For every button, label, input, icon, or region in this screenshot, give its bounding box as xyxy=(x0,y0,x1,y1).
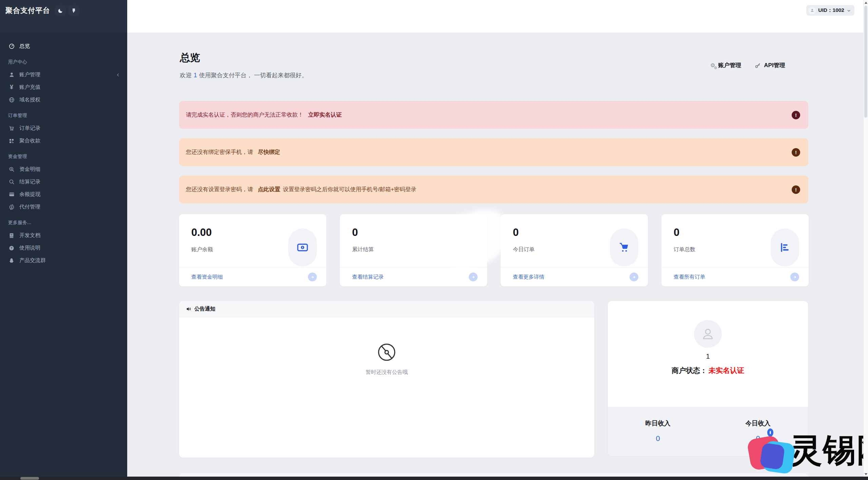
sidebar-item-label: 余额提现 xyxy=(19,191,40,198)
sidebar-item-label: 资金明细 xyxy=(19,166,40,173)
scroll-up-arrow-icon[interactable] xyxy=(865,2,867,4)
sidebar-item-withdraw[interactable]: 余额提现 xyxy=(0,188,127,201)
page-title: 总览 xyxy=(180,51,200,65)
sidebar-item-label: 账户充值 xyxy=(19,84,40,91)
stat-card-balance: 0.00 账户余额 查看资金明细 xyxy=(179,214,326,286)
dashboard-icon xyxy=(8,43,15,50)
sidebar-section-user: 用户中心 xyxy=(0,58,127,66)
book-icon xyxy=(8,232,15,239)
horizontal-scroll-thumb[interactable] xyxy=(20,477,39,480)
stat-link[interactable]: 查看更多详情 xyxy=(513,274,544,281)
uid-label: UID：1002 xyxy=(818,7,844,14)
svg-text:$: $ xyxy=(11,168,12,171)
stat-link[interactable]: 查看结算记录 xyxy=(352,274,384,281)
income-label: 昨日收入 xyxy=(645,419,671,427)
sidebar-item-orders[interactable]: 订单记录 xyxy=(0,122,127,135)
chevron-down-icon xyxy=(847,8,851,13)
qr-code-icon xyxy=(8,138,15,144)
alert-text: 您还没有设置登录密码，请 xyxy=(186,186,253,193)
user-avatar-icon xyxy=(808,7,816,14)
vertical-scroll-thumb[interactable] xyxy=(864,6,867,118)
alert-link[interactable]: 立即实名认证 xyxy=(308,111,342,119)
exclamation-icon: ! xyxy=(792,111,800,119)
account-manage-link[interactable]: ⚙⚙ 账户管理 xyxy=(710,61,741,69)
watermark-text: 灵锡网 xyxy=(790,434,868,466)
user-icon xyxy=(8,72,15,78)
cart-icon xyxy=(610,228,638,266)
chevron-left-icon xyxy=(116,73,120,77)
moon-icon xyxy=(58,8,63,14)
merchant-avatar-icon xyxy=(694,320,722,348)
sidebar-item-label: 结算记录 xyxy=(19,178,40,185)
sidebar-section-orders: 订单管理 xyxy=(0,112,127,120)
exclamation-icon: ! xyxy=(792,185,800,194)
merchant-id: 1 xyxy=(706,353,710,360)
credit-card-icon xyxy=(8,191,15,198)
alert-link[interactable]: 点此设置 xyxy=(258,186,280,193)
welcome-user: 1 xyxy=(194,72,197,79)
quick-links: ⚙⚙ 账户管理 API管理 xyxy=(710,61,785,69)
stat-link[interactable]: 查看资金明细 xyxy=(191,274,223,281)
api-manage-link[interactable]: API管理 xyxy=(755,61,785,69)
welcome-prefix: 欢迎 xyxy=(180,72,192,79)
globe-icon xyxy=(8,97,15,103)
yesterday-income: 昨日收入 0 xyxy=(608,407,708,456)
sidebar-item-collect[interactable]: 聚合收款 xyxy=(0,135,127,147)
uid-dropdown[interactable]: UID：1002 xyxy=(806,5,854,16)
quick-link-label: API管理 xyxy=(764,61,785,69)
alert-phone: 您还没有绑定密保手机，请 尽快绑定 ! xyxy=(179,138,808,166)
vertical-scrollbar[interactable] xyxy=(863,0,868,480)
bar-chart-icon xyxy=(771,228,799,266)
theme-button[interactable] xyxy=(68,5,79,16)
sidebar-nav: 总览 用户中心 账户管理 ¥ 账户充值 域名授权 订单管理 xyxy=(0,33,127,267)
search-dollar-icon: $ xyxy=(8,166,15,173)
sidebar-item-funds[interactable]: $ 资金明细 xyxy=(0,163,127,176)
sidebar: 聚合支付平台 总览 用户中心 账户管 xyxy=(0,0,127,480)
sidebar-item-label: 代付管理 xyxy=(19,203,40,211)
announcement-empty-state: 暂时还没有公告哦 xyxy=(179,317,594,376)
key-icon xyxy=(755,62,761,68)
sidebar-item-label: 聚合收款 xyxy=(19,137,40,144)
sidebar-item-group[interactable]: 产品交流群 xyxy=(0,254,127,267)
yen-icon: ¥ xyxy=(8,84,15,91)
watermark-logo-icon xyxy=(746,424,791,476)
sidebar-section-funds: 资金管理 xyxy=(0,153,127,161)
sidebar-item-label: 域名授权 xyxy=(19,96,40,103)
sidebar-item-label: 账户管理 xyxy=(19,71,40,78)
sidebar-item-label: 开发文档 xyxy=(19,232,40,239)
question-circle-icon: ? xyxy=(8,245,15,252)
sidebar-item-settle[interactable]: 结算记录 xyxy=(0,176,127,188)
arrow-right-icon[interactable] xyxy=(790,273,799,281)
sidebar-header: 聚合支付平台 xyxy=(0,0,127,33)
sidebar-item-overview[interactable]: 总览 xyxy=(0,40,127,53)
stat-link[interactable]: 查看所有订单 xyxy=(674,274,705,281)
brand-title: 聚合支付平台 xyxy=(5,5,50,16)
sidebar-item-docs[interactable]: 开发文档 xyxy=(0,229,127,242)
sidebar-item-label: 使用说明 xyxy=(19,244,40,252)
sidebar-item-payout[interactable]: 代付管理 xyxy=(0,201,127,213)
stat-card-total-orders: 0 订单总数 查看所有订单 xyxy=(661,214,809,286)
dark-mode-button[interactable] xyxy=(55,5,66,16)
search-icon xyxy=(8,179,15,185)
sidebar-item-domain[interactable]: 域名授权 xyxy=(0,94,127,106)
penguin-icon xyxy=(8,257,15,264)
stat-card-today-orders: 0 今日订单 查看更多详情 xyxy=(501,214,648,286)
arrow-right-icon[interactable] xyxy=(469,273,478,281)
sidebar-item-recharge[interactable]: ¥ 账户充值 xyxy=(0,81,127,94)
sidebar-item-label: 订单记录 xyxy=(19,125,40,132)
sidebar-item-guide[interactable]: ? 使用说明 xyxy=(0,242,127,254)
sidebar-item-label: 总览 xyxy=(19,43,30,50)
alert-link[interactable]: 尽快绑定 xyxy=(258,148,280,156)
announcement-panel: 公告通知 暂时还没有公告哦 xyxy=(179,301,594,458)
alert-text: 您还没有绑定密保手机，请 xyxy=(186,148,253,156)
income-value[interactable]: 0 xyxy=(656,434,660,443)
horizontal-scrollbar[interactable] xyxy=(0,477,868,480)
svg-text:?: ? xyxy=(11,246,12,250)
arrow-right-icon[interactable] xyxy=(308,273,317,281)
sidebar-item-account[interactable]: 账户管理 xyxy=(0,68,127,81)
scroll-down-arrow-icon[interactable] xyxy=(865,473,867,475)
welcome-text: 欢迎1使用聚合支付平台， 一切看起来都很好。 xyxy=(180,71,308,79)
alert-text: 请完成实名认证，否则您的商户无法正常收款！ xyxy=(186,111,304,119)
arrow-right-icon[interactable] xyxy=(630,273,638,281)
alert-realname: 请完成实名认证，否则您的商户无法正常收款！ 立即实名认证 ! xyxy=(179,101,808,129)
